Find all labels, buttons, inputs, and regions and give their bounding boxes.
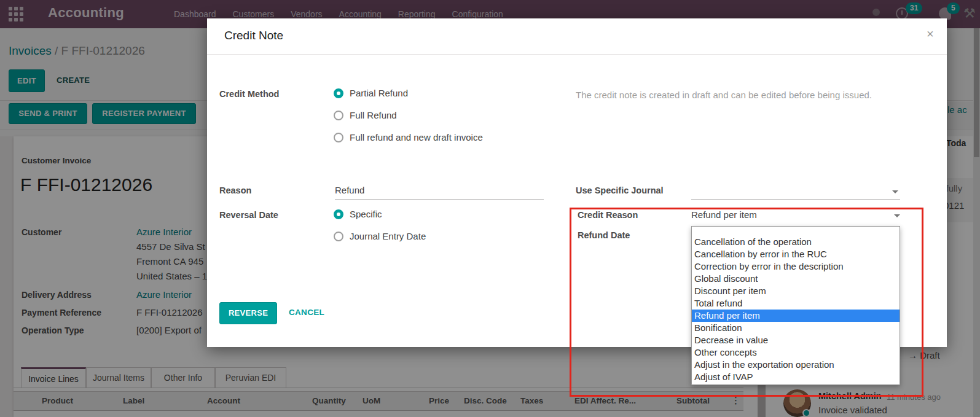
credit-note-hint-text: The credit note is created in draft and … — [576, 90, 907, 100]
radio-partial-refund[interactable]: Partial Refund — [334, 88, 408, 98]
use-specific-journal-label: Use Specific Journal — [576, 185, 664, 195]
dropdown-option[interactable]: Bonification — [692, 322, 900, 334]
radio-specific-date[interactable]: Specific — [334, 209, 382, 219]
dropdown-option[interactable]: Cancellation by error in the RUC — [692, 248, 900, 260]
credit-reason-select[interactable]: Refund per item — [691, 209, 757, 220]
reversal-date-label: Reversal Date — [219, 210, 278, 220]
chevron-down-icon[interactable] — [892, 190, 898, 193]
modal-title: Credit Note — [224, 29, 283, 42]
radio-full-refund[interactable]: Full Refund — [334, 110, 397, 120]
radio-journal-entry-date[interactable]: Journal Entry Date — [334, 231, 426, 241]
radio-full-refund-new-draft[interactable]: Full refund and new draft invoice — [334, 132, 483, 142]
refund-date-label: Refund Date — [578, 230, 630, 240]
cancel-button[interactable]: CANCEL — [289, 308, 324, 317]
dropdown-option[interactable]: Adjust in the exportation operation — [692, 359, 900, 371]
dropdown-option[interactable]: Correction by error in the description — [692, 260, 900, 273]
radio-selected-icon[interactable] — [334, 88, 343, 98]
dropdown-option[interactable]: Cancellation of the operation — [692, 236, 900, 248]
dropdown-option[interactable]: Discount per item — [692, 285, 900, 297]
reason-input[interactable]: Refund — [335, 185, 364, 195]
reverse-button[interactable]: REVERSE — [219, 302, 277, 324]
close-icon[interactable]: × — [927, 27, 934, 41]
dropdown-option[interactable]: Total refund — [692, 297, 900, 310]
dropdown-option[interactable]: Decrease in value — [692, 334, 900, 346]
radio-icon[interactable] — [334, 232, 343, 241]
chevron-down-icon[interactable] — [894, 214, 900, 217]
reason-label: Reason — [219, 185, 251, 195]
radio-icon[interactable] — [334, 111, 343, 120]
credit-reason-label: Credit Reason — [578, 210, 638, 220]
dropdown-option-blank[interactable] — [692, 227, 900, 236]
dropdown-option[interactable]: Global discount — [692, 273, 900, 285]
radio-selected-icon[interactable] — [334, 209, 343, 219]
dropdown-option-selected[interactable]: Refund per item — [692, 310, 900, 322]
dropdown-option[interactable]: Adjust of IVAP — [692, 371, 900, 383]
reason-underline — [335, 199, 544, 200]
credit-method-label: Credit Method — [219, 89, 279, 99]
journal-underline — [691, 199, 900, 200]
dropdown-option[interactable]: Other concepts — [692, 346, 900, 359]
radio-icon[interactable] — [334, 133, 343, 142]
modal-header-divider — [207, 54, 947, 55]
credit-reason-dropdown-list: Cancellation of the operation Cancellati… — [691, 226, 900, 385]
